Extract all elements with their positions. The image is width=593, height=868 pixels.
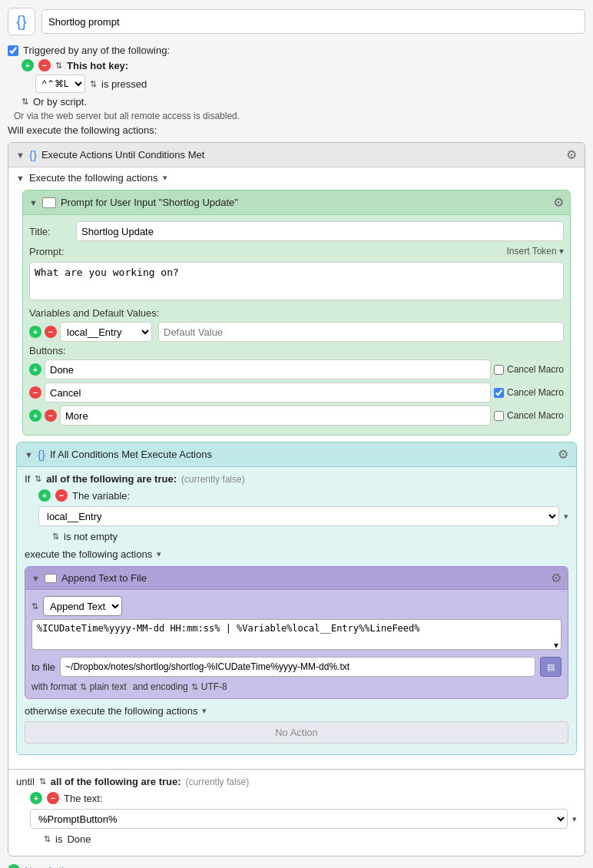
new-action-add-btn[interactable]: + <box>8 864 20 868</box>
prompt-gear-btn[interactable]: ⚙ <box>553 195 564 210</box>
execute-block: ▼ {} Execute Actions Until Conditions Me… <box>8 142 585 856</box>
prompt-button-select[interactable]: %PromptButton% <box>30 809 568 829</box>
condition-collapse[interactable]: ▼ <box>25 450 33 459</box>
btn-remove-more[interactable]: − <box>45 409 57 422</box>
btn-add-more[interactable]: + <box>29 409 41 422</box>
if-stepper[interactable]: ⇅ <box>35 474 41 484</box>
button-row-more: + − Cancel Macro <box>29 406 564 426</box>
format-value: plain text <box>90 681 127 692</box>
prompt-block-header: ▼ Prompt for User Input "Shortlog Update… <box>23 190 570 215</box>
append-gear-btn[interactable]: ⚙ <box>551 571 562 585</box>
encoding-stepper[interactable]: ⇅ <box>191 682 198 692</box>
until-remove-btn[interactable]: − <box>47 792 59 804</box>
done-cancel-label: Cancel Macro <box>507 364 564 375</box>
execute-following-label: Execute the following actions <box>29 172 158 184</box>
append-stepper[interactable]: ⇅ <box>31 601 38 611</box>
execute-gear-btn[interactable]: ⚙ <box>566 147 577 162</box>
prompt-title: Prompt for User Input "Shortlog Update" <box>61 197 238 208</box>
append-icon <box>45 574 57 583</box>
more-cancel-check[interactable] <box>494 411 504 421</box>
cancel-cancel-label: Cancel Macro <box>507 387 564 398</box>
execute-arrow[interactable]: ▾ <box>163 173 167 183</box>
execute-block-title: Execute Actions Until Conditions Met <box>41 149 204 161</box>
hotkey-select[interactable]: ^⌃⌘L <box>35 75 85 93</box>
with-format-label: with format <box>31 681 77 692</box>
is-value: Done <box>67 833 91 845</box>
no-action-box: No Action <box>25 721 568 744</box>
prompt-icon <box>42 197 56 208</box>
until-stepper[interactable]: ⇅ <box>39 777 46 787</box>
hotkey-add-btn[interactable]: + <box>22 59 34 71</box>
default-value-input[interactable] <box>158 322 564 342</box>
var-add-btn[interactable]: + <box>29 326 41 338</box>
the-text-label: The text: <box>64 793 103 804</box>
cancel-cancel-check[interactable] <box>494 388 504 398</box>
cond-add-btn[interactable]: + <box>38 489 51 502</box>
new-action-label[interactable]: New Action <box>25 865 75 869</box>
btn-add-done[interactable]: + <box>29 363 41 376</box>
var-chevron: ▾ <box>564 512 568 522</box>
prompt-collapse[interactable]: ▼ <box>29 198 38 207</box>
button-row-done: + Cancel Macro <box>29 359 564 379</box>
append-dropdown-icon[interactable]: ▾ <box>554 640 558 651</box>
until-all-true: all of the following are true: <box>51 776 181 787</box>
append-text-area[interactable]: %ICUDateTime%yyyy-MM-dd HH:mm:ss% | %Var… <box>31 619 562 650</box>
button-row-cancel: − Cancel Macro <box>29 383 564 403</box>
format-stepper[interactable]: ⇅ <box>80 682 87 692</box>
to-file-input[interactable] <box>60 657 535 677</box>
file-picker-btn[interactable]: ▤ <box>540 657 562 677</box>
condition-title: If All Conditions Met Execute Actions <box>50 449 212 460</box>
and-encoding-label: and encoding <box>133 681 188 692</box>
condition-curly-icon: {} <box>38 448 45 461</box>
title-field-label: Title: <box>29 226 71 237</box>
or-by-script: Or by script. <box>33 96 87 108</box>
all-true-label: all of the following are true: <box>46 473 177 485</box>
more-button-input[interactable] <box>60 406 491 426</box>
condition-gear-btn[interactable]: ⚙ <box>558 447 568 462</box>
trigger-label: Triggered by any of the following: <box>23 45 170 56</box>
append-collapse[interactable]: ▼ <box>31 574 40 583</box>
execute-block-header: ▼ {} Execute Actions Until Conditions Me… <box>8 143 585 167</box>
is-pressed-label: is pressed <box>101 78 147 90</box>
cond-execute-arrow[interactable]: ▾ <box>157 549 161 559</box>
execute-triangle[interactable]: ▼ <box>16 174 25 183</box>
cond-remove-btn[interactable]: − <box>55 489 68 502</box>
prompt-block: ▼ Prompt for User Input "Shortlog Update… <box>22 190 571 436</box>
app-icon: {} <box>8 8 35 35</box>
until-section: until ⇅ all of the following are true: (… <box>8 769 585 856</box>
title-field[interactable] <box>76 221 564 241</box>
until-currently-false: (currently false) <box>186 777 250 787</box>
until-add-btn[interactable]: + <box>30 792 42 804</box>
stepper-icon: ⇅ <box>55 61 62 71</box>
collapse-triangle[interactable]: ▼ <box>16 151 25 160</box>
curly-brace-icon: {} <box>29 148 37 161</box>
the-variable-label: The variable: <box>72 490 130 502</box>
var-select[interactable]: local__Entry <box>60 322 152 342</box>
triggered-checkbox[interactable] <box>8 45 18 56</box>
append-title: Append Text to File <box>61 572 147 584</box>
buttons-label: Buttons: <box>29 345 564 356</box>
append-header: ▼ Append Text to File ⚙ <box>25 567 568 590</box>
done-cancel-check[interactable] <box>494 365 504 375</box>
otherwise-arrow[interactable]: ▾ <box>202 706 207 716</box>
is-stepper[interactable]: ⇅ <box>44 834 51 844</box>
will-execute-label: Will execute the following actions: <box>8 124 157 136</box>
or-via-web: Or via the web server but all remote acc… <box>14 111 240 121</box>
done-button-input[interactable] <box>45 359 491 379</box>
stepper-icon3: ⇅ <box>22 97 28 107</box>
new-action-row: + New Action <box>8 864 585 868</box>
vars-label: Variables and Default Values: <box>29 307 564 319</box>
to-file-label: to file <box>31 661 55 673</box>
variable-name-select[interactable]: local__Entry <box>38 506 559 526</box>
hotkey-remove-btn[interactable]: − <box>38 59 51 71</box>
cancel-button-input[interactable] <box>45 383 491 403</box>
append-type-select[interactable]: Append Text <box>43 596 122 616</box>
insert-token-btn[interactable]: Insert Token ▾ <box>507 246 564 257</box>
title-input[interactable] <box>41 9 585 34</box>
var-remove-btn[interactable]: − <box>45 326 57 338</box>
condition-block: ▼ {} If All Conditions Met Execute Actio… <box>16 442 577 755</box>
not-empty-stepper[interactable]: ⇅ <box>52 532 59 542</box>
btn-remove-cancel[interactable]: − <box>29 386 41 399</box>
condition-header: ▼ {} If All Conditions Met Execute Actio… <box>17 442 576 467</box>
prompt-textarea[interactable]: What are you working on? <box>29 262 564 300</box>
